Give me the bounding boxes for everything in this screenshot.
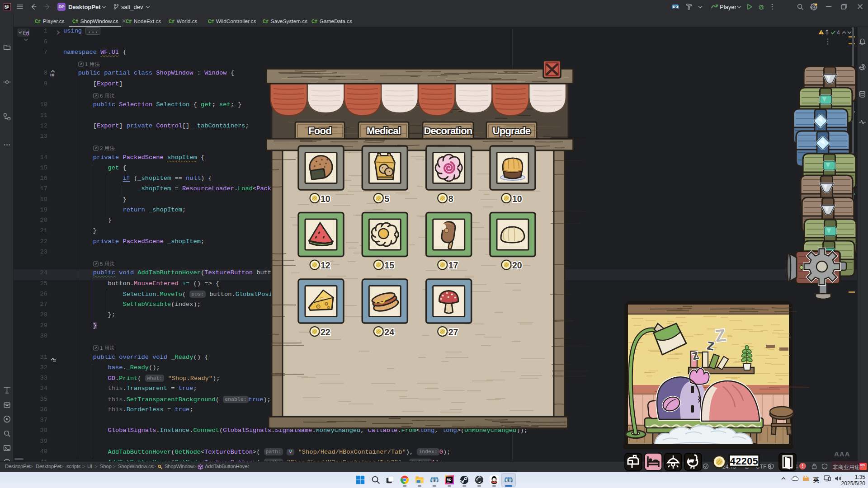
svg-text:42205: 42205	[730, 456, 758, 467]
